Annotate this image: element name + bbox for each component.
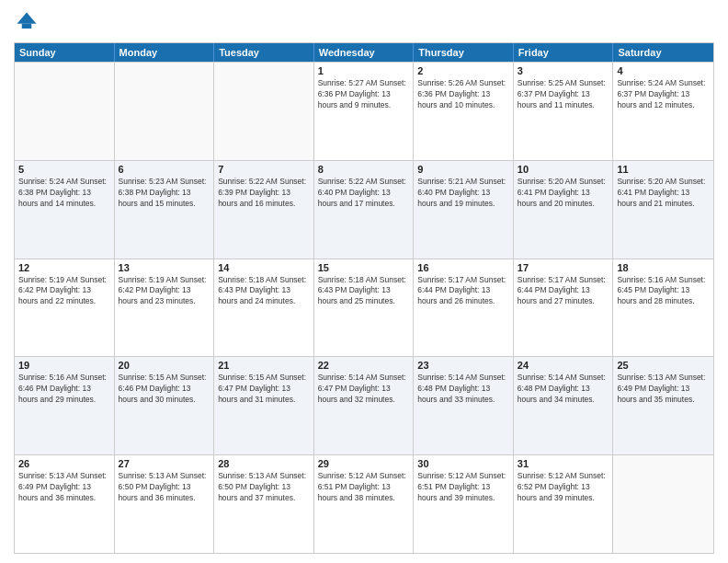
calendar-cell-20: 20Sunrise: 5:15 AM Sunset: 6:46 PM Dayli… — [115, 357, 215, 454]
calendar-cell-19: 19Sunrise: 5:16 AM Sunset: 6:46 PM Dayli… — [15, 357, 115, 454]
day-number: 29 — [318, 458, 410, 469]
calendar-cell-28: 28Sunrise: 5:13 AM Sunset: 6:50 PM Dayli… — [214, 455, 314, 553]
day-info: Sunrise: 5:12 AM Sunset: 6:51 PM Dayligh… — [417, 471, 509, 504]
day-info: Sunrise: 5:24 AM Sunset: 6:37 PM Dayligh… — [617, 78, 710, 111]
day-info: Sunrise: 5:13 AM Sunset: 6:49 PM Dayligh… — [18, 471, 110, 504]
day-number: 26 — [18, 458, 110, 469]
day-info: Sunrise: 5:15 AM Sunset: 6:46 PM Dayligh… — [119, 373, 210, 406]
day-number: 15 — [318, 262, 410, 273]
day-header-monday: Monday — [115, 43, 215, 62]
calendar: SundayMondayTuesdayWednesdayThursdayFrid… — [14, 42, 714, 554]
svg-marker-0 — [17, 13, 37, 24]
day-number: 12 — [18, 262, 110, 273]
day-number: 7 — [218, 164, 310, 175]
day-number: 17 — [518, 262, 609, 273]
day-number: 10 — [518, 164, 609, 175]
day-number: 1 — [318, 65, 410, 76]
day-number: 3 — [518, 65, 609, 76]
logo-icon — [14, 9, 40, 35]
calendar-week-3: 12Sunrise: 5:19 AM Sunset: 6:42 PM Dayli… — [15, 259, 713, 357]
calendar-cell-3: 3Sunrise: 5:25 AM Sunset: 6:37 PM Daylig… — [514, 63, 614, 160]
day-number: 16 — [417, 262, 509, 273]
day-info: Sunrise: 5:21 AM Sunset: 6:40 PM Dayligh… — [417, 177, 509, 210]
day-number: 8 — [318, 164, 410, 175]
day-header-saturday: Saturday — [613, 43, 713, 62]
day-info: Sunrise: 5:18 AM Sunset: 6:43 PM Dayligh… — [218, 275, 310, 308]
calendar-week-4: 19Sunrise: 5:16 AM Sunset: 6:46 PM Dayli… — [15, 356, 713, 454]
calendar-cell-21: 21Sunrise: 5:15 AM Sunset: 6:47 PM Dayli… — [214, 357, 314, 454]
day-header-sunday: Sunday — [15, 43, 115, 62]
calendar-week-2: 5Sunrise: 5:24 AM Sunset: 6:38 PM Daylig… — [15, 160, 713, 259]
day-info: Sunrise: 5:17 AM Sunset: 6:44 PM Dayligh… — [417, 275, 509, 308]
day-info: Sunrise: 5:18 AM Sunset: 6:43 PM Dayligh… — [318, 275, 410, 308]
day-number: 28 — [218, 458, 310, 469]
day-number: 14 — [218, 262, 310, 273]
calendar-cell-16: 16Sunrise: 5:17 AM Sunset: 6:44 PM Dayli… — [414, 259, 514, 357]
day-info: Sunrise: 5:12 AM Sunset: 6:51 PM Dayligh… — [318, 471, 410, 504]
day-info: Sunrise: 5:14 AM Sunset: 6:47 PM Dayligh… — [318, 373, 410, 406]
day-number: 2 — [417, 65, 509, 76]
calendar-cell-22: 22Sunrise: 5:14 AM Sunset: 6:47 PM Dayli… — [314, 357, 415, 454]
calendar-week-1: 1Sunrise: 5:27 AM Sunset: 6:36 PM Daylig… — [15, 62, 713, 160]
calendar-cell-12: 12Sunrise: 5:19 AM Sunset: 6:42 PM Dayli… — [15, 259, 115, 357]
calendar-cell-5: 5Sunrise: 5:24 AM Sunset: 6:38 PM Daylig… — [15, 161, 115, 259]
day-info: Sunrise: 5:25 AM Sunset: 6:37 PM Dayligh… — [518, 78, 609, 111]
day-number: 25 — [617, 360, 710, 371]
day-number: 20 — [119, 360, 210, 371]
calendar-cell-15: 15Sunrise: 5:18 AM Sunset: 6:43 PM Dayli… — [314, 259, 415, 357]
day-number: 22 — [318, 360, 410, 371]
day-number: 27 — [119, 458, 210, 469]
calendar-header: SundayMondayTuesdayWednesdayThursdayFrid… — [15, 43, 713, 62]
day-info: Sunrise: 5:14 AM Sunset: 6:48 PM Dayligh… — [417, 373, 509, 406]
calendar-cell-empty-0-2 — [214, 63, 314, 160]
calendar-cell-29: 29Sunrise: 5:12 AM Sunset: 6:51 PM Dayli… — [314, 455, 415, 553]
calendar-cell-24: 24Sunrise: 5:14 AM Sunset: 6:48 PM Dayli… — [514, 357, 614, 454]
day-info: Sunrise: 5:14 AM Sunset: 6:48 PM Dayligh… — [518, 373, 609, 406]
day-number: 18 — [617, 262, 710, 273]
calendar-cell-14: 14Sunrise: 5:18 AM Sunset: 6:43 PM Dayli… — [214, 259, 314, 357]
calendar-cell-empty-0-1 — [115, 63, 215, 160]
day-info: Sunrise: 5:15 AM Sunset: 6:47 PM Dayligh… — [218, 373, 310, 406]
calendar-cell-9: 9Sunrise: 5:21 AM Sunset: 6:40 PM Daylig… — [414, 161, 514, 259]
day-info: Sunrise: 5:24 AM Sunset: 6:38 PM Dayligh… — [18, 177, 110, 210]
day-number: 6 — [119, 164, 210, 175]
day-info: Sunrise: 5:20 AM Sunset: 6:41 PM Dayligh… — [617, 177, 710, 210]
day-number: 19 — [18, 360, 110, 371]
calendar-cell-1: 1Sunrise: 5:27 AM Sunset: 6:36 PM Daylig… — [314, 63, 415, 160]
day-info: Sunrise: 5:26 AM Sunset: 6:36 PM Dayligh… — [417, 78, 509, 111]
calendar-cell-2: 2Sunrise: 5:26 AM Sunset: 6:36 PM Daylig… — [414, 63, 514, 160]
logo — [14, 9, 43, 35]
day-info: Sunrise: 5:13 AM Sunset: 6:49 PM Dayligh… — [617, 373, 710, 406]
calendar-cell-10: 10Sunrise: 5:20 AM Sunset: 6:41 PM Dayli… — [514, 161, 614, 259]
calendar-week-5: 26Sunrise: 5:13 AM Sunset: 6:49 PM Dayli… — [15, 454, 713, 553]
svg-rect-1 — [22, 24, 32, 29]
calendar-cell-25: 25Sunrise: 5:13 AM Sunset: 6:49 PM Dayli… — [613, 357, 713, 454]
day-number: 13 — [119, 262, 210, 273]
day-info: Sunrise: 5:12 AM Sunset: 6:52 PM Dayligh… — [518, 471, 609, 504]
calendar-cell-31: 31Sunrise: 5:12 AM Sunset: 6:52 PM Dayli… — [514, 455, 614, 553]
calendar-cell-23: 23Sunrise: 5:14 AM Sunset: 6:48 PM Dayli… — [414, 357, 514, 454]
page: SundayMondayTuesdayWednesdayThursdayFrid… — [0, 0, 728, 563]
calendar-cell-11: 11Sunrise: 5:20 AM Sunset: 6:41 PM Dayli… — [613, 161, 713, 259]
calendar-cell-4: 4Sunrise: 5:24 AM Sunset: 6:37 PM Daylig… — [613, 63, 713, 160]
day-info: Sunrise: 5:27 AM Sunset: 6:36 PM Dayligh… — [318, 78, 410, 111]
day-header-thursday: Thursday — [414, 43, 514, 62]
day-header-wednesday: Wednesday — [314, 43, 415, 62]
day-info: Sunrise: 5:22 AM Sunset: 6:40 PM Dayligh… — [318, 177, 410, 210]
header — [14, 9, 714, 35]
day-info: Sunrise: 5:17 AM Sunset: 6:44 PM Dayligh… — [518, 275, 609, 308]
day-info: Sunrise: 5:19 AM Sunset: 6:42 PM Dayligh… — [119, 275, 210, 308]
day-header-tuesday: Tuesday — [214, 43, 314, 62]
calendar-cell-6: 6Sunrise: 5:23 AM Sunset: 6:38 PM Daylig… — [115, 161, 215, 259]
day-number: 5 — [18, 164, 110, 175]
calendar-cell-26: 26Sunrise: 5:13 AM Sunset: 6:49 PM Dayli… — [15, 455, 115, 553]
day-number: 21 — [218, 360, 310, 371]
calendar-body: 1Sunrise: 5:27 AM Sunset: 6:36 PM Daylig… — [15, 62, 713, 553]
day-info: Sunrise: 5:19 AM Sunset: 6:42 PM Dayligh… — [18, 275, 110, 308]
calendar-cell-empty-4-6 — [613, 455, 713, 553]
calendar-cell-30: 30Sunrise: 5:12 AM Sunset: 6:51 PM Dayli… — [414, 455, 514, 553]
day-info: Sunrise: 5:16 AM Sunset: 6:45 PM Dayligh… — [617, 275, 710, 308]
calendar-cell-27: 27Sunrise: 5:13 AM Sunset: 6:50 PM Dayli… — [115, 455, 215, 553]
day-info: Sunrise: 5:22 AM Sunset: 6:39 PM Dayligh… — [218, 177, 310, 210]
calendar-cell-17: 17Sunrise: 5:17 AM Sunset: 6:44 PM Dayli… — [514, 259, 614, 357]
